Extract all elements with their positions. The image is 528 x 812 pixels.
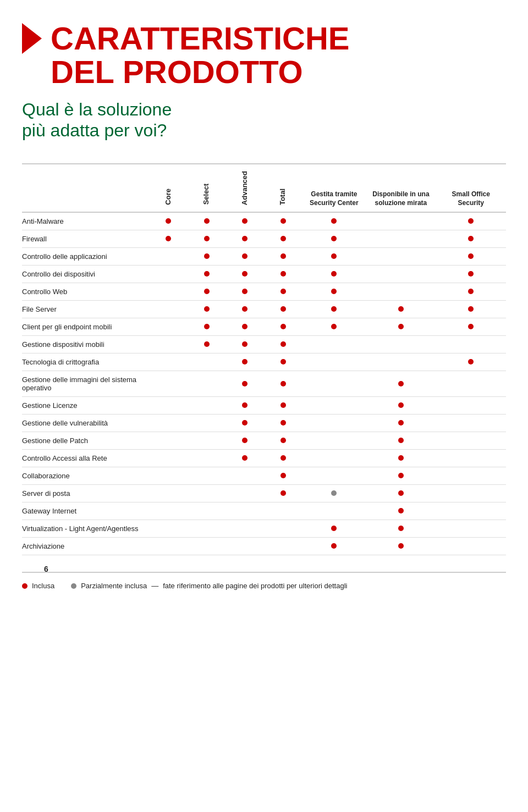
feature-name: Gestione delle Patch [22,432,150,450]
cell-total [264,371,302,397]
title-line2: DEL PRODOTTO [51,56,506,89]
dot-icon [468,271,474,277]
feature-name: Tecnologia di crittografia [22,353,150,371]
cell-total [264,467,302,485]
cell-small_office [436,397,506,415]
col-header-disponibile: Disponibile in una soluzione mirata [366,164,436,213]
legend-included: Inclusa [22,582,54,590]
dot-icon [204,341,210,347]
subtitle-line1: Qual è la soluzione [22,100,172,119]
cell-disponibile [366,230,436,248]
table-row: Gestione delle immagini del sistema oper… [22,371,506,397]
cell-select [188,371,226,397]
dot-icon [242,402,248,408]
cell-advanced [226,371,264,397]
cell-gestita [302,353,366,371]
dot-icon [398,473,404,478]
cell-disponibile [366,212,436,230]
table-row: Gestione delle Patch [22,432,506,450]
cell-disponibile [366,266,436,283]
cell-disponibile [366,432,436,450]
col-header-core: Core [150,164,188,213]
cell-gestita [302,371,366,397]
cell-gestita [302,397,366,415]
col-label-advanced: Advanced [240,169,250,205]
dot-icon [280,271,286,277]
cell-small_office [436,301,506,318]
feature-name: Controllo Web [22,283,150,301]
cell-gestita [302,301,366,318]
dot-icon [280,218,286,224]
cell-select [188,212,226,230]
cell-small_office [436,318,506,336]
cell-select [188,450,226,467]
cell-gestita [302,538,366,555]
title-text-line1: CARATTERISTICHE [51,22,349,56]
cell-select [188,336,226,353]
dot-icon [280,359,286,364]
feature-name: File Server [22,301,150,318]
cell-select [188,353,226,371]
dot-icon [280,341,286,347]
legend-partial-label: Parzialmente inclusa [81,582,147,590]
cell-gestita [302,467,366,485]
col-header-gestita: Gestita tramite Security Center [302,164,366,213]
cell-total [264,336,302,353]
dot-icon [331,306,337,312]
cell-disponibile [366,485,436,502]
cell-select [188,230,226,248]
dot-icon [398,543,404,549]
cell-gestita [302,283,366,301]
feature-name: Gestione dispositivi mobili [22,336,150,353]
cell-select [188,248,226,266]
feature-name: Collaborazione [22,467,150,485]
cell-total [264,450,302,467]
cell-core [150,397,188,415]
table-row: Anti-Malware [22,212,506,230]
cell-core [150,520,188,538]
cell-select [188,502,226,520]
dot-icon [242,324,248,329]
cell-select [188,467,226,485]
cell-gestita [302,415,366,432]
cell-small_office [436,283,506,301]
legend-included-label: Inclusa [32,582,54,590]
cell-advanced [226,415,264,432]
dot-icon [468,324,474,329]
cell-advanced [226,502,264,520]
cell-disponibile [366,467,436,485]
cell-advanced [226,467,264,485]
dot-icon [398,490,404,496]
cell-select [188,432,226,450]
dot-icon [398,526,404,531]
table-row: Tecnologia di crittografia [22,353,506,371]
dot-icon [204,218,210,224]
cell-core [150,485,188,502]
page-header: CARATTERISTICHE DEL PRODOTTO Qual è la s… [22,22,506,141]
dot-icon [204,271,210,277]
cell-disponibile [366,450,436,467]
cell-advanced [226,248,264,266]
dot-icon [398,455,404,461]
dot-icon [242,381,248,386]
dot-icon [398,508,404,513]
cell-advanced [226,230,264,248]
cell-small_office [436,467,506,485]
cell-select [188,415,226,432]
cell-disponibile [366,283,436,301]
table-row: Gestione Licenze [22,397,506,415]
cell-core [150,467,188,485]
dot-icon [242,359,248,364]
cell-core [150,353,188,371]
dot-icon [204,289,210,294]
dot-icon [280,324,286,329]
cell-total [264,266,302,283]
dot-icon [468,359,474,364]
cell-core [150,318,188,336]
cell-gestita [302,432,366,450]
cell-small_office [436,248,506,266]
cell-advanced [226,283,264,301]
cell-small_office [436,336,506,353]
subtitle: Qual è la soluzione più adatta per voi? [22,99,506,141]
dot-icon [242,455,248,461]
